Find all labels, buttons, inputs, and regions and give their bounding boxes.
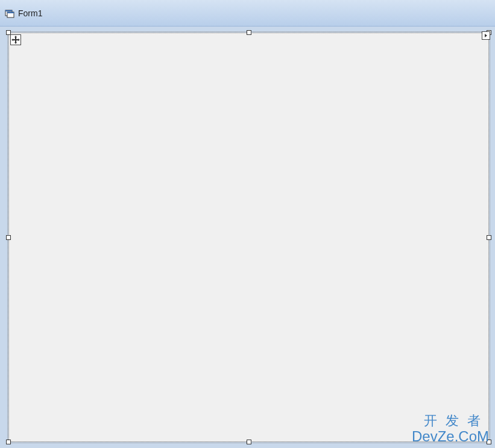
move-glyph[interactable] xyxy=(10,34,21,45)
window-title: Form1 xyxy=(18,8,42,18)
client-area xyxy=(0,27,495,448)
designer-window: Form1 开发者 DevZe.CoM xyxy=(0,0,495,448)
svg-rect-1 xyxy=(5,10,12,11)
resize-handle-se[interactable] xyxy=(487,440,491,444)
titlebar[interactable]: Form1 xyxy=(0,0,495,27)
resize-handle-sw[interactable] xyxy=(6,440,11,444)
resize-handle-w[interactable] xyxy=(6,235,11,240)
tabcontrol-designer[interactable] xyxy=(8,33,489,442)
resize-handle-s[interactable] xyxy=(247,440,251,444)
form-icon xyxy=(5,8,14,18)
resize-handle-n[interactable] xyxy=(247,30,251,35)
svg-rect-3 xyxy=(7,12,14,13)
resize-handle-e[interactable] xyxy=(487,235,491,240)
smart-tag-glyph[interactable] xyxy=(482,31,490,40)
